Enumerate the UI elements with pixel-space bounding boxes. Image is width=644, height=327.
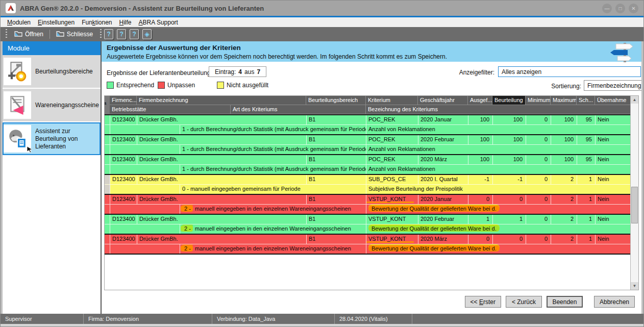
col-uebernahme[interactable]: Übernahme (595, 96, 631, 105)
cell-ausgefuellt[interactable]: 100 (468, 135, 493, 144)
menu-modulen[interactable]: Modulen (4, 19, 34, 26)
cell-art-des-kriteriums[interactable]: 2 -manuell eingegeben in den einzelnen W… (180, 244, 366, 254)
cell-minimum[interactable]: 0 (526, 135, 551, 144)
menu-einstellungen[interactable]: Einstellungen (34, 19, 78, 26)
cell-geschaeftsjahr[interactable]: 2020 Februar (418, 215, 468, 224)
sidebar-item-wareneingangsscheine[interactable]: Wareneingangsscheine (3, 89, 101, 121)
cell-art-des-kriteriums[interactable]: 1 - durch Berechnung/durch Statistik (mi… (180, 125, 366, 134)
menu-hilfe[interactable]: Hilfe (116, 19, 135, 26)
grid-record[interactable]: D123400 Drücker GmBh. B1 VSTUP_KONT 2020… (105, 215, 631, 235)
finish-button[interactable]: Beenden (547, 296, 583, 308)
cell-firmencode[interactable]: D123400 (110, 115, 137, 124)
cell-uebernahme[interactable]: Nein (596, 175, 631, 184)
cell-firmencode[interactable]: D123400 (110, 215, 137, 224)
col-kriterium[interactable]: Kriterium (366, 96, 418, 105)
scroll-down-icon[interactable]: ▼ (631, 282, 638, 290)
grid-record[interactable]: D123400 Drücker GmBh. B1 SUB_POS_CE 2020… (105, 175, 631, 195)
cell-ausgefuellt[interactable]: 0 (468, 235, 493, 244)
cell-art-des-kriteriums[interactable]: 1 - durch Berechnung/durch Statistik (mi… (180, 145, 366, 154)
cell-schnitt[interactable]: 1 (577, 175, 596, 184)
cell-maximum[interactable]: 100 (551, 115, 577, 124)
toolbar-grip-2[interactable] (100, 29, 102, 39)
cell-maximum[interactable]: 100 (551, 135, 577, 144)
cell-kriterium[interactable]: VSTUP_KONT (366, 235, 418, 244)
col-bezeichnung-des-kriteriums[interactable]: Bezeichnung des Kriteriums (366, 105, 631, 114)
sort-select[interactable]: Firmenbezeichnung, G (584, 80, 641, 91)
cell-minimum[interactable]: 0 (526, 175, 551, 184)
sidebar-item-assistent[interactable]: Assistent zur Beurteilung von Lieferante… (3, 122, 101, 155)
col-maximum[interactable]: Maximum (551, 96, 577, 105)
nav-diamond-icon[interactable]: ◈ (142, 29, 152, 39)
cell-betriebsstaette[interactable] (110, 125, 180, 134)
col-beurteilung[interactable]: Beurteilung (492, 96, 526, 105)
filter-select[interactable]: Alles anzeigen (498, 66, 641, 77)
cell-firmenbezeichnung[interactable]: Drücker GmBh. (137, 235, 307, 244)
cell-firmencode[interactable]: D123400 (110, 235, 137, 244)
cell-uebernahme[interactable]: Nein (596, 215, 631, 224)
cell-geschaeftsjahr[interactable]: 2020 März (418, 235, 468, 244)
cell-beurteilung[interactable]: -1 (493, 175, 526, 184)
row-selector[interactable] (105, 215, 110, 224)
cell-maximum[interactable]: 2 (551, 195, 577, 204)
cell-betriebsstaette[interactable] (110, 244, 180, 254)
help-stack-icon[interactable]: ? (130, 29, 139, 39)
cell-minimum[interactable]: 0 (526, 155, 551, 164)
vertical-scrollbar[interactable]: ▲ ▼ (630, 96, 638, 290)
cell-uebernahme[interactable]: Nein (596, 115, 631, 124)
row-selector[interactable] (105, 115, 110, 124)
col-geschaeftsjahr[interactable]: Geschäftsjahr (418, 96, 468, 105)
cell-ausgefuellt[interactable]: -1 (468, 175, 493, 184)
cell-kriterium[interactable]: VSTUP_KONT (366, 195, 418, 204)
cell-firmencode[interactable]: D123400 (110, 155, 137, 164)
cell-bezeichnung[interactable]: Anzahl von Reklamationen (366, 165, 631, 174)
cell-ausgefuellt[interactable]: 1 (468, 215, 493, 224)
menu-abra-support[interactable]: ABRA Support (135, 19, 182, 26)
cell-art-des-kriteriums[interactable]: 0 - manuell eingegeben gemeinsam für Per… (180, 185, 366, 194)
grid-record[interactable]: D123400 Drücker GmBh. B1 VSTUP_KONT 2020… (105, 195, 631, 215)
grid-record[interactable]: D123400 Drücker GmBh. B1 POC_REK 2020 Fe… (105, 135, 631, 155)
cell-uebernahme[interactable]: Nein (596, 195, 631, 204)
cell-schnitt[interactable]: 95 (577, 155, 596, 164)
row-selector[interactable] (105, 135, 110, 144)
cell-schnitt[interactable]: 95 (577, 135, 596, 144)
row-selector[interactable] (105, 195, 110, 204)
maximize-button[interactable]: □ (615, 4, 625, 13)
cell-ausgefuellt[interactable]: 100 (468, 155, 493, 164)
col-betriebsstaette[interactable]: Betriebsstätte (110, 105, 231, 114)
minimize-button[interactable]: — (602, 4, 612, 13)
col-firmenbezeichnung[interactable]: Firmenbezeichnung (137, 96, 306, 105)
cell-schnitt[interactable]: 95 (577, 115, 596, 124)
close-button[interactable]: ✕ (629, 4, 638, 13)
cell-geschaeftsjahr[interactable]: 2020 I. Quartal (418, 175, 468, 184)
cell-schnitt[interactable]: 1 (577, 235, 596, 244)
row-selector[interactable] (105, 175, 110, 184)
open-button[interactable]: Öffnen (10, 28, 48, 40)
cell-ausgefuellt[interactable]: 0 (468, 195, 493, 204)
scrollbar-thumb[interactable] (631, 187, 638, 223)
cell-minimum[interactable]: 0 (526, 235, 551, 244)
cell-firmencode[interactable]: D123400 (110, 195, 137, 204)
cell-firmencode[interactable]: D123400 (110, 135, 137, 144)
cell-beurteilungsbereich[interactable]: B1 (307, 175, 366, 184)
col-firmencode[interactable]: Firmenc... (110, 96, 137, 105)
cell-maximum[interactable]: 2 (551, 235, 577, 244)
grid-record[interactable]: D123400 Drücker GmBh. B1 POC_REK 2020 Ja… (105, 115, 631, 135)
cell-bezeichnung[interactable]: Anzahl von Reklamationen (366, 125, 631, 134)
cell-firmenbezeichnung[interactable]: Drücker GmBh. (137, 155, 307, 164)
cell-maximum[interactable]: 2 (551, 175, 577, 184)
cell-minimum[interactable]: 0 (526, 215, 551, 224)
cell-betriebsstaette[interactable] (110, 165, 180, 174)
cell-betriebsstaette[interactable] (110, 185, 180, 194)
first-button[interactable]: << Erster (465, 296, 501, 308)
row-selector[interactable] (105, 235, 110, 244)
cell-bezeichnung[interactable]: Bewertung der Qualität der gelieferten W… (366, 224, 631, 234)
cell-geschaeftsjahr[interactable]: 2020 März (418, 155, 468, 164)
cell-bezeichnung[interactable]: Anzahl von Reklamationen (366, 145, 631, 154)
cell-beurteilung[interactable]: 0 (493, 235, 526, 244)
cell-beurteilung[interactable]: 1 (493, 215, 526, 224)
cell-art-des-kriteriums[interactable]: 2 -manuell eingegeben in den einzelnen W… (180, 205, 366, 214)
cell-beurteilungsbereich[interactable]: B1 (307, 135, 366, 144)
cell-firmenbezeichnung[interactable]: Drücker GmBh. (137, 115, 307, 124)
cell-beurteilungsbereich[interactable]: B1 (307, 215, 366, 224)
cell-kriterium[interactable]: POC_REK (366, 115, 418, 124)
